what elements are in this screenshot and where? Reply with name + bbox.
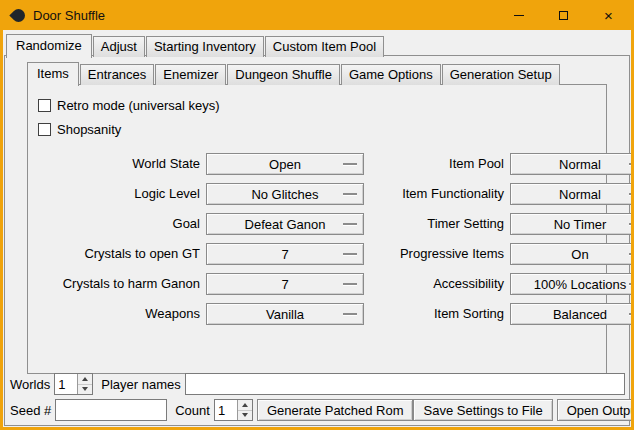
minimize-icon (514, 15, 524, 16)
tab-adjust[interactable]: Adjust (93, 36, 145, 57)
window-title: Door Shuffle (33, 8, 105, 23)
worlds-input[interactable] (55, 374, 77, 394)
progressive-items-label: Progressive Items (370, 243, 504, 265)
goal-label: Goal (60, 213, 200, 235)
crystals-gt-label: Crystals to open GT (60, 243, 200, 265)
arrow-up-icon (82, 377, 88, 381)
item-sorting-dropdown[interactable]: Balanced (510, 303, 634, 325)
accessibility-label: Accessibility (370, 273, 504, 295)
item-pool-value: Normal (559, 157, 601, 172)
logic-level-label: Logic Level (60, 183, 200, 205)
crystals-ganon-label: Crystals to harm Ganon (60, 273, 200, 295)
crystals-gt-value: 7 (281, 247, 288, 262)
maximize-button[interactable] (541, 0, 586, 30)
goal-dropdown[interactable]: Defeat Ganon (206, 213, 364, 235)
menu-indicator-icon (629, 253, 634, 255)
save-settings-button[interactable]: Save Settings to File (413, 399, 552, 421)
tab-entrances[interactable]: Entrances (80, 64, 155, 85)
item-functionality-label: Item Functionality (370, 183, 504, 205)
menu-indicator-icon (343, 283, 357, 285)
worlds-label: Worlds (10, 377, 50, 392)
worlds-spin-arrows (77, 374, 92, 394)
world-state-dropdown[interactable]: Open (206, 153, 364, 175)
item-sorting-label: Item Sorting (370, 303, 504, 325)
count-spin-down-button[interactable] (238, 410, 252, 421)
crystals-gt-dropdown[interactable]: 7 (206, 243, 364, 265)
open-output-directory-button[interactable]: Open Output Directory (557, 399, 634, 421)
item-sorting-value: Balanced (553, 307, 607, 322)
tab-items[interactable]: Items (27, 62, 79, 86)
tab-custom-item-pool[interactable]: Custom Item Pool (265, 36, 384, 57)
player-names-label: Player names (101, 377, 180, 392)
menu-indicator-icon (343, 223, 357, 225)
menu-indicator-icon (629, 313, 634, 315)
menu-indicator-icon (343, 253, 357, 255)
item-pool-dropdown[interactable]: Normal (510, 153, 634, 175)
close-button[interactable]: × (586, 0, 631, 30)
worlds-spin-down-button[interactable] (78, 384, 92, 395)
seed-label: Seed # (10, 403, 51, 418)
world-state-label: World State (60, 153, 200, 175)
tab-randomize[interactable]: Randomize (6, 34, 92, 58)
progressive-items-value: On (571, 247, 588, 262)
items-panel: Retro mode (universal keys) Shopsanity W… (27, 84, 607, 374)
seed-input[interactable] (55, 399, 167, 421)
item-functionality-dropdown[interactable]: Normal (510, 183, 634, 205)
seed-row: Seed # Count Generate Patched Rom Save S… (10, 399, 625, 421)
sub-tab-bar: Items Entrances Enemizer Dungeon Shuffle… (5, 56, 629, 85)
retro-mode-label: Retro mode (universal keys) (57, 98, 220, 113)
options-grid: World State Open Item Pool Normal Logic … (60, 153, 600, 325)
logic-level-dropdown[interactable]: No Glitches (206, 183, 364, 205)
count-spin-up-button[interactable] (238, 400, 252, 410)
menu-indicator-icon (629, 163, 634, 165)
item-functionality-value: Normal (559, 187, 601, 202)
menu-indicator-icon (343, 313, 357, 315)
goal-value: Defeat Ganon (245, 217, 326, 232)
worlds-spin-up-button[interactable] (78, 374, 92, 384)
arrow-down-icon (242, 413, 248, 417)
item-pool-label: Item Pool (370, 153, 504, 175)
menu-indicator-icon (343, 193, 357, 195)
tab-generation-setup[interactable]: Generation Setup (442, 64, 560, 85)
crystals-ganon-dropdown[interactable]: 7 (206, 273, 364, 295)
player-names-input[interactable] (185, 373, 625, 395)
shopsanity-checkbox[interactable] (38, 123, 51, 136)
timer-setting-dropdown[interactable]: No Timer (510, 213, 634, 235)
progressive-items-dropdown[interactable]: On (510, 243, 634, 265)
generate-patched-rom-button[interactable]: Generate Patched Rom (257, 399, 414, 421)
world-state-value: Open (269, 157, 301, 172)
bottom-bar: Worlds Player names Seed # (10, 373, 625, 421)
count-spin-arrows (237, 400, 252, 420)
titlebar[interactable]: Door Shuffle × (3, 0, 631, 30)
arrow-up-icon (242, 403, 248, 407)
accessibility-value: 100% Locations (534, 277, 627, 292)
app-icon (9, 6, 27, 24)
worlds-spinbox (54, 373, 93, 395)
shopsanity-row: Shopsanity (28, 117, 606, 141)
arrow-down-icon (82, 387, 88, 391)
accessibility-dropdown[interactable]: 100% Locations (510, 273, 634, 295)
logic-level-value: No Glitches (251, 187, 318, 202)
tab-game-options[interactable]: Game Options (341, 64, 441, 85)
menu-indicator-icon (629, 223, 634, 225)
minimize-button[interactable] (496, 0, 541, 30)
menu-indicator-icon (629, 283, 634, 285)
menu-indicator-icon (343, 163, 357, 165)
weapons-dropdown[interactable]: Vanilla (206, 303, 364, 325)
tab-enemizer[interactable]: Enemizer (155, 64, 226, 85)
shopsanity-label: Shopsanity (57, 122, 121, 137)
retro-mode-checkbox[interactable] (38, 99, 51, 112)
weapons-value: Vanilla (266, 307, 304, 322)
count-input[interactable] (215, 400, 237, 420)
count-label: Count (175, 403, 210, 418)
timer-setting-label: Timer Setting (370, 213, 504, 235)
randomize-panel: Items Entrances Enemizer Dungeon Shuffle… (4, 55, 630, 426)
worlds-row: Worlds Player names (10, 373, 625, 395)
weapons-label: Weapons (60, 303, 200, 325)
tab-dungeon-shuffle[interactable]: Dungeon Shuffle (227, 64, 340, 85)
close-icon: × (604, 8, 613, 23)
menu-indicator-icon (629, 193, 634, 195)
app-window: Door Shuffle × Randomize Adjust Starting… (0, 0, 634, 430)
crystals-ganon-value: 7 (281, 277, 288, 292)
tab-starting-inventory[interactable]: Starting Inventory (146, 36, 264, 57)
